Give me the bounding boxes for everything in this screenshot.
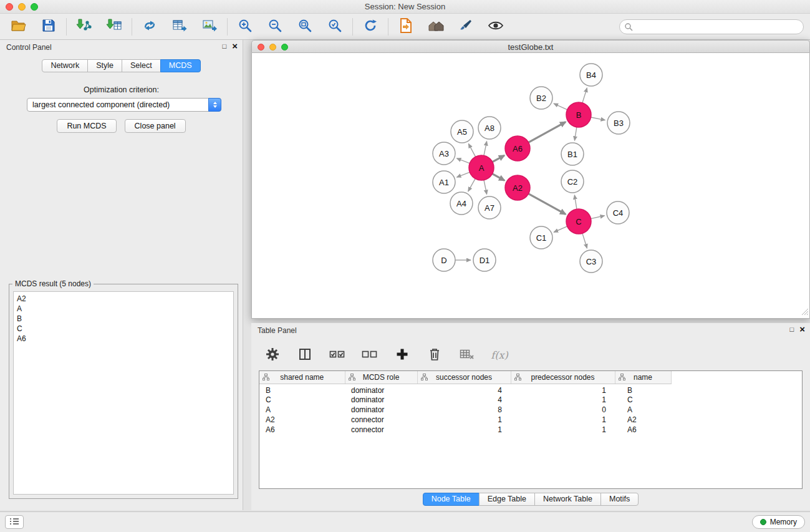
select-all-rows-button[interactable] bbox=[327, 345, 347, 365]
graph-edge[interactable] bbox=[574, 195, 577, 210]
zoom-in-button[interactable] bbox=[235, 17, 255, 37]
open-session-button[interactable] bbox=[9, 17, 29, 37]
column-header[interactable]: predecessor nodes bbox=[511, 371, 615, 384]
graph-edge[interactable] bbox=[591, 117, 605, 120]
zoom-selected-button[interactable] bbox=[325, 17, 345, 37]
tab-select[interactable]: Select bbox=[122, 59, 161, 72]
graph-edge[interactable] bbox=[484, 180, 487, 195]
memory-status-icon bbox=[760, 519, 766, 525]
column-type-icon bbox=[619, 374, 625, 382]
column-header[interactable]: successor nodes bbox=[417, 371, 511, 384]
graph-edge[interactable] bbox=[457, 172, 470, 177]
memory-button[interactable]: Memory bbox=[752, 515, 805, 529]
graph-node-label: C1 bbox=[536, 233, 547, 243]
tab-edge-table[interactable]: Edge Table bbox=[479, 493, 535, 506]
graph-edge[interactable] bbox=[582, 88, 587, 103]
gear-icon bbox=[266, 347, 279, 363]
column-header[interactable]: MCDS role bbox=[345, 371, 417, 384]
save-session-button[interactable] bbox=[39, 17, 59, 37]
close-panel-button[interactable]: Close panel bbox=[125, 119, 186, 133]
show-hide-button[interactable] bbox=[486, 17, 506, 37]
table-cell: dominator bbox=[345, 384, 417, 395]
new-session-button[interactable] bbox=[396, 17, 416, 37]
mcds-result-item: A2 bbox=[17, 294, 230, 304]
graph-node-label: B2 bbox=[536, 94, 546, 103]
tab-motifs[interactable]: Motifs bbox=[600, 493, 639, 506]
export-table-button[interactable] bbox=[170, 17, 190, 37]
unchecked-boxes-icon bbox=[362, 349, 378, 362]
graph-edge[interactable] bbox=[457, 158, 470, 163]
graph-edge[interactable] bbox=[484, 142, 487, 156]
create-column-button[interactable] bbox=[392, 345, 412, 365]
network-canvas-area[interactable]: B4B2BB3A5A8A6A3B1AA1C2A2A4A7C4CC1C3DD1 bbox=[251, 53, 810, 319]
import-table-button[interactable] bbox=[104, 17, 124, 37]
network-window-titlebar[interactable]: testGlobe.txt bbox=[251, 40, 810, 53]
status-bar: Memory bbox=[0, 511, 810, 532]
graph-edge[interactable] bbox=[574, 127, 576, 141]
control-panel: Control Panel □ × Network Style Select M… bbox=[0, 40, 243, 510]
import-network-icon bbox=[76, 18, 92, 35]
graph-edge[interactable] bbox=[468, 178, 475, 191]
task-history-button[interactable] bbox=[5, 515, 24, 529]
table-cell: C bbox=[259, 395, 345, 405]
graph-edge[interactable] bbox=[582, 233, 587, 248]
graph-edge[interactable] bbox=[529, 122, 566, 143]
tab-network-table[interactable]: Network Table bbox=[534, 493, 601, 506]
zoom-selected-icon bbox=[327, 18, 342, 35]
table-cell: A6 bbox=[259, 425, 345, 435]
table-row[interactable]: Bdominator41B bbox=[259, 384, 671, 395]
zoom-fit-button[interactable] bbox=[295, 17, 315, 37]
graph-edge[interactable] bbox=[554, 226, 567, 232]
float-panel-button[interactable]: □ bbox=[790, 325, 794, 334]
style-button[interactable] bbox=[456, 17, 476, 37]
close-panel-icon[interactable]: × bbox=[799, 325, 805, 334]
table-row[interactable]: A2connector11A2 bbox=[259, 415, 671, 425]
column-header[interactable]: name bbox=[615, 371, 671, 384]
graph-edge[interactable] bbox=[493, 174, 504, 181]
tab-network[interactable]: Network bbox=[42, 59, 88, 72]
graph-edge[interactable] bbox=[554, 104, 567, 110]
table-cell: A bbox=[259, 405, 345, 415]
toolbar-separator bbox=[132, 18, 132, 36]
function-builder-button[interactable]: f(x) bbox=[489, 345, 509, 365]
graph-node-label: C4 bbox=[613, 208, 624, 218]
column-visibility-button[interactable] bbox=[295, 345, 315, 365]
table-delete-icon bbox=[460, 348, 475, 362]
toolbar-separator bbox=[352, 18, 353, 36]
clone-network-button[interactable] bbox=[140, 17, 160, 37]
graph-node-label: B3 bbox=[614, 118, 624, 128]
table-settings-button[interactable] bbox=[263, 345, 282, 365]
delete-column-button[interactable] bbox=[425, 345, 445, 365]
network-canvas[interactable]: B4B2BB3A5A8A6A3B1AA1C2A2A4A7C4CC1C3DD1 bbox=[252, 53, 809, 317]
mcds-result-title: MCDS result (5 nodes) bbox=[12, 279, 94, 288]
graph-edge[interactable] bbox=[591, 216, 605, 219]
float-panel-button[interactable]: □ bbox=[223, 42, 227, 51]
table-row[interactable]: A6connector11A6 bbox=[259, 425, 671, 435]
table-row[interactable]: Cdominator41C bbox=[259, 395, 671, 405]
control-panel-title: Control Panel bbox=[6, 43, 52, 52]
close-panel-icon[interactable]: × bbox=[232, 42, 238, 51]
graph-node-label: B4 bbox=[586, 70, 596, 80]
graph-edge[interactable] bbox=[493, 155, 504, 162]
resize-grip-icon[interactable] bbox=[801, 308, 809, 317]
home-button[interactable] bbox=[426, 17, 446, 37]
import-network-button[interactable] bbox=[74, 17, 94, 37]
refresh-button[interactable] bbox=[360, 17, 380, 37]
tab-node-table[interactable]: Node Table bbox=[423, 493, 480, 506]
export-image-button[interactable] bbox=[200, 17, 219, 37]
graph-edge[interactable] bbox=[468, 143, 475, 157]
search-input[interactable] bbox=[619, 19, 804, 34]
deselect-all-rows-button[interactable] bbox=[360, 345, 380, 365]
network-view-window: testGlobe.txt B4B2BB3A5A8A6A3B1AA1C2A2A4… bbox=[251, 40, 810, 319]
delete-table-button[interactable] bbox=[457, 345, 477, 365]
run-mcds-button[interactable]: Run MCDS bbox=[57, 119, 116, 133]
plus-icon bbox=[396, 348, 408, 362]
table-row[interactable]: Adominator80A bbox=[259, 405, 671, 415]
tab-mcds[interactable]: MCDS bbox=[160, 59, 201, 72]
tab-style[interactable]: Style bbox=[87, 59, 122, 72]
table-cell: connector bbox=[345, 415, 417, 425]
criterion-dropdown[interactable]: largest connected component (directed) bbox=[27, 98, 221, 112]
zoom-out-button[interactable] bbox=[265, 17, 285, 37]
graph-edge[interactable] bbox=[529, 194, 566, 215]
column-header[interactable]: shared name bbox=[259, 371, 345, 384]
